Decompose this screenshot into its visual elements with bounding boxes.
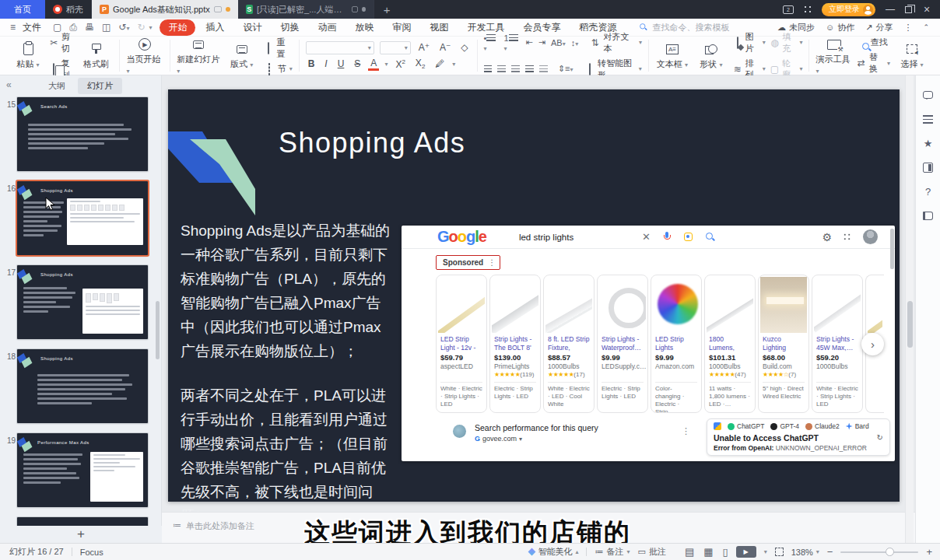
home-tab[interactable]: 首页 [0, 0, 45, 19]
bold-button[interactable]: B [306, 58, 317, 69]
tab-animation[interactable]: 动画 [309, 19, 345, 36]
close-button[interactable]: × [921, 3, 932, 16]
fit-slide-icon[interactable] [775, 548, 784, 556]
slide-sorter-icon[interactable]: ▦ [703, 546, 713, 558]
font-color-button[interactable]: A [368, 58, 379, 71]
zoom-in-button[interactable]: + [926, 546, 932, 558]
properties-icon[interactable] [921, 112, 935, 126]
section-button[interactable]: 节▾ [264, 63, 293, 75]
login-button[interactable]: 立即登录 [822, 3, 875, 16]
smart-beautify-button[interactable]: 智能美化▴ [529, 546, 578, 558]
fill-button[interactable]: ◍填充▾ [770, 31, 803, 54]
zoom-level[interactable]: 138%▾ [791, 548, 819, 557]
slideshow-play-button[interactable]: ▶ [736, 546, 756, 558]
slides-tab[interactable]: 幻灯片 [78, 78, 122, 94]
undo-icon[interactable]: ↺▾ [114, 22, 133, 33]
align-left-button[interactable] [484, 65, 493, 72]
slide-title[interactable]: Shopping Ads [279, 127, 465, 159]
decrease-font-icon[interactable]: A⁻ [437, 42, 453, 53]
tab-transitions[interactable]: 切换 [272, 19, 307, 36]
new-slide-button[interactable]: 新建幻灯片 ▾ [177, 37, 219, 75]
shapes-button[interactable]: 形状 ▾ [694, 41, 728, 70]
print-icon[interactable]: 🖶 [81, 22, 98, 33]
collapse-panel-button[interactable]: « [6, 79, 12, 90]
slide-thumbnail-18[interactable]: Shopping Ads [17, 349, 148, 423]
align-center-button[interactable] [497, 65, 506, 72]
reading-view-icon[interactable]: ▯ [722, 546, 728, 558]
highlight-button[interactable]: 🖉 [433, 58, 447, 69]
tab-review[interactable]: 审阅 [384, 19, 419, 36]
tab-insert[interactable]: 插入 [197, 19, 233, 36]
text-direction-button[interactable]: AB▾ [551, 38, 566, 47]
line-order-button[interactable]: ↕▾ [571, 38, 579, 47]
find-button[interactable]: 查找 [857, 37, 890, 48]
command-search-input[interactable]: 查找命令、搜索模板 [639, 22, 729, 33]
textbox-button[interactable]: A≡ 文本框 ▾ [655, 41, 689, 70]
superscript-button[interactable]: X2 [393, 58, 407, 70]
zoom-out-button[interactable]: − [827, 546, 833, 558]
slide-16-canvas[interactable]: Shopping Ads Shopping Ads是以产品为基础的一种谷歌广告系… [168, 89, 900, 502]
reset-button[interactable]: 重置 [264, 37, 293, 60]
file-menu[interactable]: ≡ 文件 [0, 21, 49, 34]
focus-mode-label[interactable]: Focus [80, 548, 103, 557]
collapse-ribbon-icon[interactable]: ⌃ [923, 23, 929, 31]
add-slide-button[interactable]: + [0, 526, 162, 543]
tab-design[interactable]: 设计 [234, 19, 270, 36]
underline-button[interactable]: U [335, 58, 347, 69]
zoom-slider-knob[interactable] [886, 548, 894, 556]
font-family-select[interactable]: ▾ [306, 41, 374, 54]
new-tab-button[interactable]: + [374, 0, 400, 19]
sidebar-scrollbar-thumb[interactable] [156, 301, 160, 359]
normal-view-icon[interactable]: ▤ [685, 546, 694, 558]
customize-toolbar-caret[interactable]: ▾ [149, 24, 152, 31]
strikethrough-button[interactable]: S [352, 58, 363, 69]
subscript-button[interactable]: X2 [413, 58, 427, 70]
align-right-button[interactable] [511, 65, 520, 72]
cut-button[interactable]: ✂剪切 [50, 31, 74, 54]
bullets-button[interactable]: •▾ [484, 33, 499, 52]
collaborate-button[interactable]: ☺协作 [826, 22, 854, 33]
slide-thumbnail-16-selected[interactable]: Shopping Ads [17, 181, 148, 255]
line-spacing-button[interactable]: ⇕≡▾ [558, 64, 573, 74]
italic-button[interactable]: I [322, 58, 329, 69]
replace-button[interactable]: ⇄替换▾ [857, 51, 890, 75]
presentation-tools-button[interactable]: 演示工具 ▾ [815, 37, 851, 75]
more-menu-icon[interactable]: ⋮ [903, 23, 912, 33]
preview-icon[interactable]: ◫ [98, 22, 114, 33]
distribute-button[interactable] [539, 65, 548, 72]
font-size-select[interactable]: ▾ [380, 41, 411, 54]
notes-toggle-button[interactable]: ≔备注▾ [595, 546, 630, 558]
justify-button[interactable] [525, 65, 534, 72]
picture-button[interactable]: 图片▾ [733, 31, 766, 54]
tab-home[interactable]: 开始 [160, 19, 195, 36]
document-tab-active[interactable]: P Google Ads基础知识.pptx [92, 0, 238, 19]
layout-button[interactable]: 版式 ▾ [225, 41, 259, 70]
task-pane-icon[interactable] [921, 160, 935, 174]
play-from-current-button[interactable]: ▶ 当页开始 ▾ [126, 37, 163, 75]
sheet-document-tab[interactable]: S [只读]已解密_...人端推广种草bf [238, 0, 374, 19]
canvas-scrollbar-thumb[interactable] [907, 301, 913, 348]
google-search-screenshot[interactable]: Google led strip lights ✕ ⚙ Sponsored ⋮ [402, 226, 895, 461]
decrease-indent-button[interactable]: ⇤ [526, 37, 533, 47]
tab-view[interactable]: 视图 [421, 19, 457, 36]
outline-tab[interactable]: 大纲 [39, 78, 75, 94]
ai-assistant-icon[interactable] [921, 88, 935, 102]
redo-icon[interactable]: ↻ [133, 22, 149, 33]
increase-indent-button[interactable]: ⇥ [538, 37, 545, 47]
select-button[interactable]: 选择 ▾ [895, 41, 929, 70]
resources-icon[interactable] [921, 208, 935, 222]
paste-button[interactable]: 粘贴 ▾ [11, 41, 45, 70]
tab-slideshow[interactable]: 放映 [346, 19, 382, 36]
slide-thumbnail-17[interactable]: Shopping Ads [17, 265, 148, 339]
split-window-icon[interactable]: 2 [783, 5, 794, 14]
canvas-scrollbar[interactable] [905, 75, 914, 543]
restore-button[interactable] [905, 6, 912, 13]
slide-body-text[interactable]: Shopping Ads是以产品为基础的一种谷歌广告系列，目前只剩下标准购物广告… [181, 219, 395, 528]
workspace-grid-icon[interactable] [803, 5, 812, 14]
slide-thumbnail-15[interactable]: Search Ads [17, 97, 148, 171]
slide-thumbnail-20-partial[interactable] [17, 517, 148, 526]
zoom-slider[interactable] [840, 551, 918, 553]
minimize-button[interactable]: — [885, 4, 896, 15]
align-text-button[interactable]: ⇅对齐文本▾ [590, 31, 642, 54]
docer-tab[interactable]: 稻壳 [45, 0, 92, 19]
